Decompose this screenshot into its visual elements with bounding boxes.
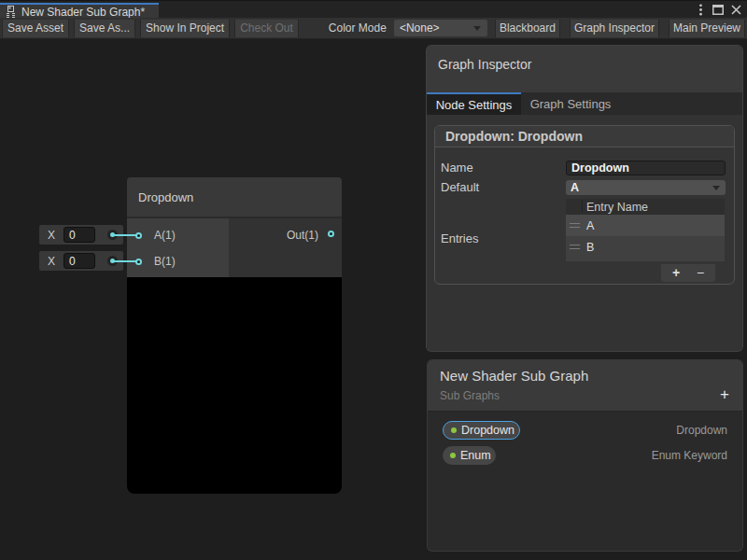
blackboard-toggle-button[interactable]: Blackboard (495, 20, 560, 37)
entry-row-b[interactable]: B (566, 236, 725, 258)
entries-footer: + − (661, 264, 715, 282)
check-out-button: Check Out (234, 20, 299, 37)
tab-node-settings[interactable]: Node Settings (427, 92, 521, 115)
node-title[interactable]: Dropdown (127, 177, 342, 218)
graph-inspector-panel: Graph Inspector Node Settings Graph Sett… (426, 45, 743, 352)
blackboard-row-dropdown: Dropdown Dropdown (443, 421, 727, 440)
blackboard-row-enum: Enum Enum Keyword (443, 446, 727, 465)
port-b-value-field[interactable]: 0 (63, 253, 95, 269)
add-property-button[interactable]: + (720, 386, 729, 402)
port-b-label: B(1) (154, 255, 176, 268)
shader-graph-toolbar: Save Asset Save As... Show In Project Ch… (0, 18, 747, 39)
settings-box-title: Dropdown: Dropdown (435, 126, 734, 147)
add-entry-button[interactable]: + (667, 264, 685, 282)
property-pill-dropdown-label: Dropdown (461, 424, 514, 437)
property-pill-enum[interactable]: Enum (443, 446, 496, 465)
input-port-b[interactable]: B(1) (127, 248, 229, 274)
entries-label: Entries (441, 231, 478, 246)
entries-list: Entry Name A B (566, 199, 725, 261)
port-a-axis-label: X (39, 229, 63, 242)
graph-inspector-toggle-button[interactable]: Graph Inspector (570, 20, 659, 37)
color-mode-label: Color Mode (329, 21, 387, 35)
dropdown-arrow-icon (473, 26, 481, 31)
window-tab-bar: New Shader Sub Graph* (0, 0, 747, 18)
blackboard-header[interactable]: New Shader Sub Graph Sub Graphs + (428, 360, 742, 412)
shader-graph-icon (5, 6, 17, 18)
drag-handle-icon[interactable] (570, 245, 580, 249)
property-type-enum: Enum Keyword (652, 446, 727, 465)
kebab-menu-icon[interactable] (694, 4, 707, 17)
blackboard-title: New Shader Sub Graph (440, 368, 742, 384)
entry-row-b-label: B (586, 241, 594, 254)
entries-list-header: Entry Name (566, 199, 725, 215)
port-a-label: A(1) (154, 229, 176, 242)
node-output-column: Out(1) (229, 218, 342, 277)
input-port-a[interactable]: A(1) (127, 222, 229, 248)
port-b-axis-label: X (39, 255, 63, 268)
exposed-dot-icon (451, 427, 457, 433)
port-b-value-widget: X 0 (39, 251, 123, 271)
default-dropdown[interactable]: A (566, 180, 726, 195)
exposed-dot-icon (450, 453, 456, 458)
default-label: Default (441, 180, 479, 195)
save-asset-button[interactable]: Save Asset (2, 20, 69, 37)
blackboard-rows: Dropdown Dropdown Enum Enum Keyword (428, 412, 742, 465)
tab-graph-settings[interactable]: Graph Settings (521, 92, 620, 115)
property-pill-enum-label: Enum (460, 449, 491, 462)
entry-name-column-header: Entry Name (586, 201, 648, 214)
tab-title: New Shader Sub Graph* (21, 6, 145, 19)
port-a-value-field[interactable]: 0 (63, 227, 95, 243)
inspector-tabs: Node Settings Graph Settings (427, 92, 742, 115)
edge-a (112, 234, 137, 236)
dropdown-arrow-icon (712, 186, 720, 190)
maximize-icon[interactable] (712, 4, 725, 17)
port-b-value: 0 (69, 255, 76, 268)
document-tab[interactable]: New Shader Sub Graph* (0, 3, 159, 19)
inspector-title: Graph Inspector (438, 57, 742, 72)
blackboard-panel: New Shader Sub Graph Sub Graphs + Dropdo… (427, 359, 743, 552)
color-mode-value: <None> (400, 21, 440, 35)
node-body: A(1) B(1) Out(1) (127, 218, 342, 277)
property-type-dropdown: Dropdown (676, 421, 727, 440)
node-settings-box: Dropdown: Dropdown Name Dropdown Default… (434, 125, 735, 285)
remove-entry-button[interactable]: − (691, 264, 710, 282)
drag-handle-icon[interactable] (570, 223, 580, 228)
node-input-column: A(1) B(1) (127, 218, 229, 277)
output-port-out[interactable]: Out(1) (229, 222, 342, 248)
port-a-value: 0 (69, 229, 76, 242)
default-value: A (571, 181, 579, 194)
close-icon[interactable] (729, 4, 742, 17)
window-controls (694, 1, 747, 19)
node-preview[interactable] (127, 277, 342, 494)
port-out-label: Out(1) (287, 229, 318, 242)
edge-b (112, 260, 137, 262)
inspector-content: Dropdown: Dropdown Name Dropdown Default… (427, 115, 742, 351)
blackboard-subtitle: Sub Graphs (440, 389, 742, 402)
port-a-value-widget: X 0 (39, 225, 123, 245)
save-as-button[interactable]: Save As... (74, 20, 135, 37)
name-label: Name (441, 161, 473, 175)
entries-list-padding (566, 258, 725, 261)
port-out-circle[interactable] (328, 231, 334, 237)
dropdown-node[interactable]: Dropdown A(1) B(1) Out(1) (127, 177, 342, 494)
inspector-header[interactable]: Graph Inspector (427, 46, 742, 92)
show-in-project-button[interactable]: Show In Project (140, 20, 230, 37)
property-pill-dropdown[interactable]: Dropdown (443, 421, 520, 440)
name-field[interactable]: Dropdown (566, 161, 726, 175)
column-divider (582, 201, 583, 213)
main-preview-toggle-button[interactable]: Main Preview (669, 20, 745, 37)
color-mode-dropdown[interactable]: <None> (394, 20, 487, 36)
entry-row-a[interactable]: A (566, 215, 725, 236)
entry-row-a-label: A (586, 219, 594, 232)
name-value: Dropdown (571, 161, 629, 175)
